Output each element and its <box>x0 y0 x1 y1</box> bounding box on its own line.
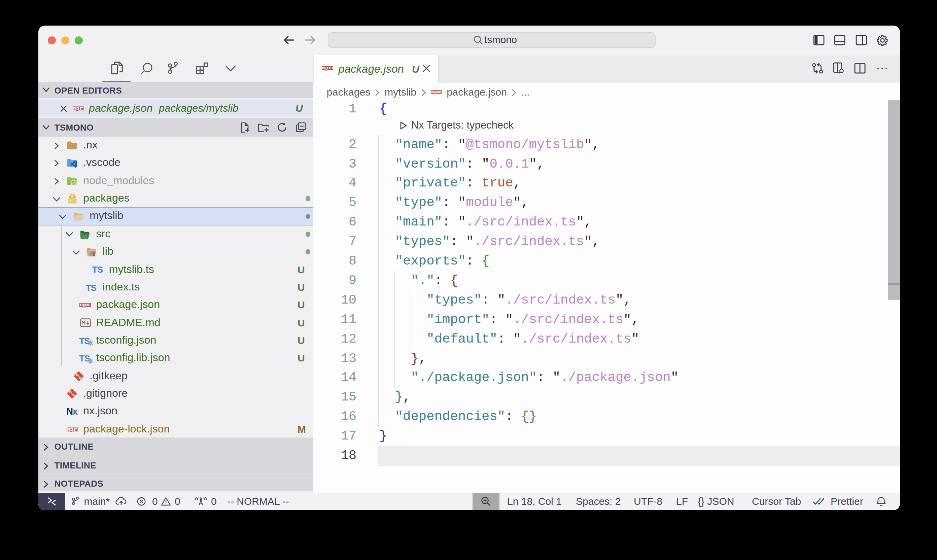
svg-text:JS: JS <box>72 182 76 185</box>
